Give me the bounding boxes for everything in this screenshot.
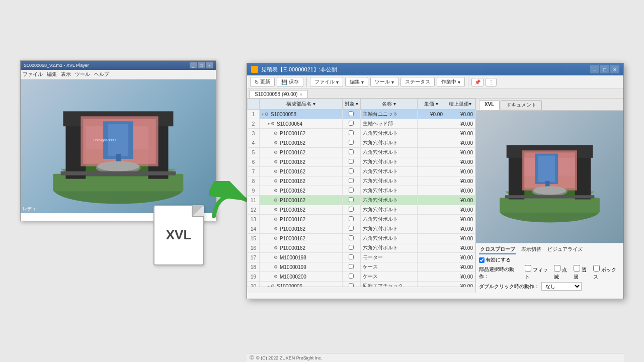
fit-label[interactable]: フィット — [525, 265, 552, 281]
check-cell[interactable] — [342, 215, 361, 224]
table-row[interactable]: 3⚙P10000162六角穴付ボルト¥0.00 — [248, 129, 475, 138]
expand-icon[interactable]: ▾ — [262, 112, 264, 117]
check-cell[interactable] — [342, 176, 361, 186]
dim-checkbox[interactable] — [554, 265, 560, 272]
tab-close-button[interactable]: × — [300, 92, 302, 97]
working-button[interactable]: 作業中 ▾ — [437, 77, 465, 87]
check-cell[interactable] — [342, 148, 361, 157]
check-cell[interactable] — [342, 224, 361, 234]
table-row[interactable]: 2▾⚙S10000064主軸ヘッド部¥0.00 — [248, 119, 475, 129]
enable-label[interactable]: 有効にする — [479, 256, 511, 263]
col-accum[interactable]: 積上単価▾ — [445, 99, 475, 110]
check-cell[interactable] — [342, 157, 361, 167]
check-cell[interactable] — [342, 110, 361, 119]
save-button[interactable]: 💾 保存 — [277, 77, 303, 87]
row-checkbox[interactable] — [349, 121, 354, 126]
table-row[interactable]: 19⚙M10000200ケース¥0.00 — [248, 272, 475, 282]
table-row[interactable]: 7⚙P10000162六角穴付ボルト¥0.00 — [248, 167, 475, 176]
row-checkbox[interactable] — [349, 140, 354, 145]
check-cell[interactable] — [342, 167, 361, 176]
row-checkbox[interactable] — [349, 235, 354, 240]
box-label[interactable]: ボックス — [593, 265, 620, 281]
row-checkbox[interactable] — [349, 245, 354, 250]
box-checkbox[interactable] — [593, 265, 600, 272]
pin-button[interactable]: 📌 — [471, 78, 484, 86]
cad-menu-file[interactable]: ファイル — [23, 71, 43, 78]
dblclick-select[interactable]: なし — [541, 282, 582, 291]
data-table[interactable]: 構成部品名 ▾ 対象 ▾ 名称 ▾ 単価 ▾ 積上単価▾ 1▾⚙S1000005… — [247, 99, 475, 287]
col-comp-name[interactable]: 構成部品名 ▾ — [260, 99, 343, 110]
row-checkbox[interactable] — [349, 159, 354, 164]
row-checkbox[interactable] — [349, 168, 354, 173]
table-row[interactable]: 16⚙P10000162六角穴付ボルト¥0.00 — [248, 243, 475, 253]
main-close-button[interactable]: ✕ — [610, 65, 619, 73]
check-cell[interactable] — [342, 196, 361, 205]
table-row[interactable]: 5⚙P10000162六角穴付ボルト¥0.00 — [248, 148, 475, 157]
cad-maximize-button[interactable]: □ — [198, 62, 205, 68]
table-row[interactable]: 18⚙M10000199ケース¥0.00 — [248, 262, 475, 272]
row-checkbox[interactable] — [349, 207, 354, 212]
crossprobe-tab-view[interactable]: 表示切替 — [520, 245, 542, 254]
fit-checkbox[interactable] — [525, 265, 531, 272]
check-cell[interactable] — [342, 205, 361, 215]
edit-button[interactable]: 編集 ▾ — [345, 77, 368, 87]
crossprobe-tab-main[interactable]: クロスプローブ — [479, 245, 516, 254]
main-tab[interactable]: S10000058 (¥0.00) × — [249, 90, 308, 98]
check-cell[interactable] — [342, 253, 361, 262]
table-row[interactable]: 12⚙P10000162六角穴付ボルト¥0.00 — [248, 205, 475, 215]
row-checkbox[interactable] — [349, 226, 354, 231]
row-checkbox[interactable] — [349, 130, 354, 135]
tab-xvl[interactable]: XVL — [479, 100, 500, 110]
cad-menu-help[interactable]: ヘルプ — [94, 71, 109, 78]
check-cell[interactable] — [342, 262, 361, 272]
table-row[interactable]: 11⚙P10000162六角穴付ボルト¥0.00 — [248, 196, 475, 205]
row-checkbox[interactable] — [349, 188, 354, 193]
cad-menu-tools[interactable]: ツール — [75, 71, 90, 78]
check-cell[interactable] — [342, 138, 361, 148]
main-minimize-button[interactable]: – — [590, 65, 599, 73]
table-row[interactable]: 8⚙P10000162六角穴付ボルト¥0.00 — [248, 176, 475, 186]
col-target[interactable]: 対象 ▾ — [342, 99, 361, 110]
file-button[interactable]: ファイル ▾ — [310, 77, 343, 87]
table-row[interactable]: 14⚙P10000162六角穴付ボルト¥0.00 — [248, 224, 475, 234]
grid-button[interactable]: ⋮ — [486, 78, 497, 86]
table-row[interactable]: 1▾⚙S10000058主軸台ユニット¥0.00¥0.00 — [248, 110, 475, 119]
check-cell[interactable] — [342, 186, 361, 196]
row-checkbox[interactable] — [349, 283, 354, 287]
row-checkbox[interactable] — [349, 254, 354, 259]
dim-label[interactable]: 点滅 — [554, 265, 572, 281]
tab-document[interactable]: ドキュメント — [501, 100, 542, 110]
crossprobe-tab-visual[interactable]: ビジュアライズ — [546, 245, 584, 254]
status-button[interactable]: ステータス — [400, 77, 435, 87]
expand-icon[interactable]: ▾ — [268, 122, 270, 126]
row-checkbox[interactable] — [349, 264, 354, 269]
table-row[interactable]: 6⚙P10000162六角穴付ボルト¥0.00 — [248, 157, 475, 167]
row-checkbox[interactable] — [349, 178, 354, 183]
row-checkbox[interactable] — [349, 197, 354, 202]
col-name[interactable]: 名称 ▾ — [361, 99, 418, 110]
cad-menu-view[interactable]: 表示 — [61, 71, 71, 78]
enable-checkbox[interactable] — [479, 257, 485, 263]
check-cell[interactable] — [342, 234, 361, 243]
row-checkbox[interactable] — [349, 149, 354, 154]
table-row[interactable]: 13⚙P10000162六角穴付ボルト¥0.00 — [248, 215, 475, 224]
table-row[interactable]: 20▸⚙S10000005回転エアチャック¥0.00 — [248, 282, 475, 287]
table-row[interactable]: 17⚙M10000198モーター¥0.00 — [248, 253, 475, 262]
row-checkbox[interactable] — [349, 274, 354, 279]
table-row[interactable]: 4⚙P10000162六角穴付ボルト¥0.00 — [248, 138, 475, 148]
cad-minimize-button[interactable]: _ — [190, 62, 197, 68]
horizontal-scrollbar[interactable] — [247, 287, 475, 293]
check-cell[interactable] — [342, 119, 361, 129]
row-checkbox[interactable] — [349, 111, 354, 116]
table-row[interactable]: 9⚙P10000162六角穴付ボルト¥0.00 — [248, 186, 475, 196]
transparent-label[interactable]: 透過 — [574, 265, 591, 281]
check-cell[interactable] — [342, 129, 361, 138]
cad-close-button[interactable]: × — [206, 62, 213, 68]
check-cell[interactable] — [342, 272, 361, 282]
update-button[interactable]: ↻ 更新 — [250, 77, 275, 87]
main-maximize-button[interactable]: □ — [600, 65, 609, 73]
row-checkbox[interactable] — [349, 216, 354, 221]
check-cell[interactable] — [342, 282, 361, 287]
check-cell[interactable] — [342, 243, 361, 253]
tools-button[interactable]: ツール ▾ — [370, 77, 398, 87]
